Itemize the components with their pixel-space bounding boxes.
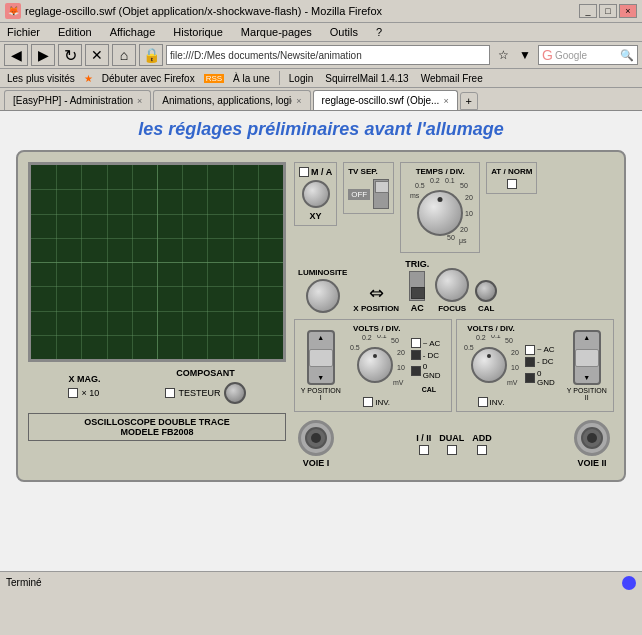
add-checkbox[interactable] [477,445,487,455]
dc2-label: - DC [537,357,553,366]
menu-outils[interactable]: Outils [327,25,361,39]
svg-text:20: 20 [511,349,519,356]
tab-reglage-close[interactable]: × [443,96,448,106]
voltsdiv2-knob[interactable] [471,347,507,383]
menu-historique[interactable]: Historique [170,25,226,39]
voltsdiv2-label: VOLTS / DIV. [467,324,515,333]
forward-button[interactable]: ▶ [31,44,55,66]
svg-text:20: 20 [397,349,405,356]
svg-text:20: 20 [460,226,468,233]
bookmark-squirrel[interactable]: SquirrelMail 1.4.13 [322,72,411,85]
tab-easyphp-label: [EasyPHP] - Administration [13,95,133,106]
home-button[interactable]: ⌂ [112,44,136,66]
ma-checkbox[interactable] [299,167,309,177]
testeur-knob[interactable] [224,382,246,404]
address-bar[interactable]: file:///D:/Mes documents/Newsite/animati… [166,45,490,65]
maximize-button[interactable]: □ [599,4,617,18]
dc1-checkbox[interactable] [411,350,421,360]
focus-label: FOCUS [438,304,466,313]
svg-text:0.1: 0.1 [445,178,455,184]
luminosite-knob[interactable] [306,279,340,313]
bookmarks-bar: Les plus visités ★ Débuter avec Firefox … [0,69,642,88]
gnd1-label: 0 GND [423,362,447,380]
bookmark-login[interactable]: Login [286,72,316,85]
reload-button[interactable]: ↻ [58,44,82,66]
ac1-checkbox[interactable] [411,338,421,348]
close-button[interactable]: × [619,4,637,18]
back-button[interactable]: ◀ [4,44,28,66]
inv2-section: INV. [478,397,505,407]
bookmark-visites[interactable]: Les plus visités [4,72,78,85]
tab-animations[interactable]: Animations, applications, logic... × [153,90,310,110]
controls-right: M / A XY TV SEP. OFF [294,162,614,470]
menu-fichier[interactable]: Fichier [4,25,43,39]
svg-text:0.1: 0.1 [377,335,387,339]
address-text: file:///D:/Mes documents/Newsite/animati… [170,50,362,61]
temps-div-label: TEMPS / DIV. [416,167,465,176]
tab-animations-close[interactable]: × [296,96,301,106]
model-line2: MODELE FB2008 [35,427,279,437]
svg-text:0.5: 0.5 [350,344,360,351]
ma-knob[interactable] [302,180,330,208]
ac2-checkbox[interactable] [525,345,535,355]
bookmark-webmail[interactable]: Webmail Free [418,72,486,85]
new-tab-button[interactable]: + [460,92,478,110]
i-ii-checkbox[interactable] [419,445,429,455]
cal1-label: CAL [411,386,447,393]
svg-text:50: 50 [460,182,468,189]
inv2-checkbox[interactable] [478,397,488,407]
cal-main-section: CAL [475,280,497,313]
svg-text:0.2: 0.2 [476,335,486,341]
xmag-x10: × 10 [81,388,99,398]
inv1-checkbox[interactable] [363,397,373,407]
cal-knob-main[interactable] [475,280,497,302]
tab-reglage[interactable]: reglage-oscillo.swf (Obje... × [313,90,458,110]
svg-text:ms: ms [410,192,420,199]
gnd2-checkbox[interactable] [525,373,535,383]
search-bar[interactable]: G Google 🔍 [538,45,638,65]
menu-help[interactable]: ? [373,25,385,39]
menu-affichage[interactable]: Affichage [107,25,159,39]
bookmark-visites-label: Les plus visités [7,73,75,84]
focus-section: FOCUS [435,268,469,313]
search-icon[interactable]: 🔍 [620,49,634,62]
voie1-coil[interactable] [298,420,334,456]
at-norm-checkbox[interactable] [507,179,517,189]
model-line1: OSCILLOSCOPE DOUBLE TRACE [35,417,279,427]
stop-button[interactable]: ✕ [85,44,109,66]
bookmark-aune[interactable]: À la une [230,72,273,85]
bookmark-firefox[interactable]: Débuter avec Firefox [99,72,198,85]
composant-checkbox[interactable] [165,388,175,398]
focus-knob[interactable] [435,268,469,302]
ypos2-slider[interactable]: ▼ ▲ [573,330,601,385]
voie2-coil[interactable] [574,420,610,456]
bookmark-icon[interactable]: ▼ [515,45,535,65]
star-icon[interactable]: ☆ [493,45,513,65]
menu-edition[interactable]: Edition [55,25,95,39]
ypos1-label: Y POSITION I [299,387,343,401]
channel2-section: VOLTS / DIV. 0.5 0.2 0.1 50 20 10 [456,319,614,412]
tv-toggle[interactable] [373,179,389,209]
composant-section: COMPOSANT TESTEUR [165,368,245,404]
gnd2-label: 0 GND [537,369,560,387]
ypos1-slider[interactable]: ▼ ▲ [307,330,335,385]
titlebar: 🦊 reglage-oscillo.swf (Objet application… [0,0,642,23]
dual-checkbox[interactable] [447,445,457,455]
xmag-checkbox[interactable] [68,388,78,398]
ac2-label: ~ AC [537,345,555,354]
temps-knob[interactable] [417,190,463,236]
xpos-section: ⇔ X POSITION [353,284,399,313]
menubar: Fichier Edition Affichage Historique Mar… [0,23,642,42]
trig-switch[interactable] [409,271,425,301]
dc2-checkbox[interactable] [525,357,535,367]
gnd1-checkbox[interactable] [411,366,421,376]
voltsdiv2-section: VOLTS / DIV. 0.5 0.2 0.1 50 20 10 [461,324,521,407]
voie2-connector: VOIE II [574,420,610,468]
minimize-button[interactable]: _ [579,4,597,18]
tab-easyphp-close[interactable]: × [137,96,142,106]
ypos1-section: ▼ ▲ Y POSITION I [299,330,343,401]
tab-easyphp[interactable]: [EasyPHP] - Administration × [4,90,151,110]
menu-marquepages[interactable]: Marque-pages [238,25,315,39]
voltsdiv1-knob[interactable] [357,347,393,383]
window-controls[interactable]: _ □ × [579,4,637,18]
